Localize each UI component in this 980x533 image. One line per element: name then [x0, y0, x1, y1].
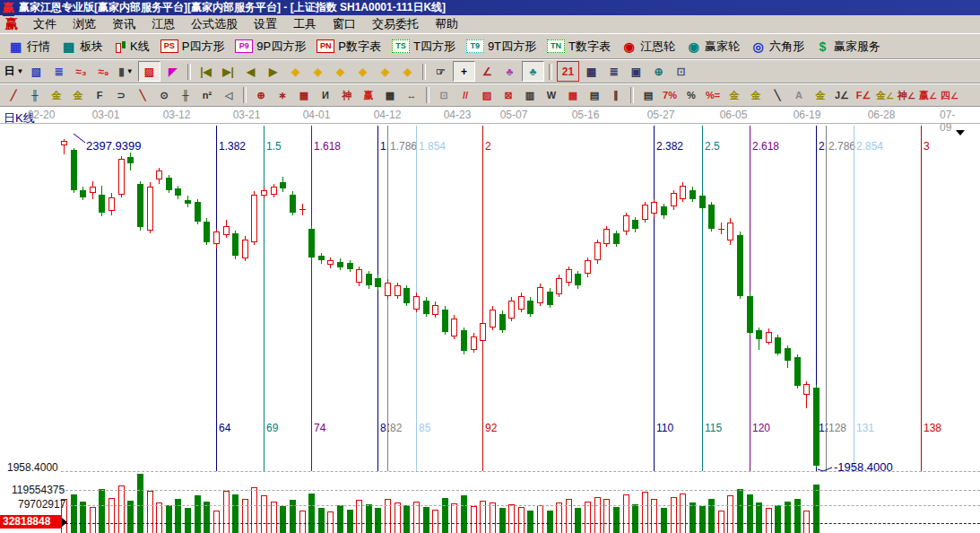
gold-angle-tool[interactable]: 金 — [810, 86, 831, 104]
diamond-expand-v-button[interactable]: ◈ — [375, 62, 395, 81]
9p-square-button[interactable]: P99P四方形 — [230, 37, 311, 57]
menu-formula-stockpick[interactable]: 公式选股 — [183, 16, 246, 31]
crosshair-circle-tool[interactable]: ⊕ — [250, 86, 272, 104]
n-squared-tool[interactable]: n² — [196, 86, 218, 104]
diamond-scroll-left-button[interactable]: ◈ — [285, 62, 306, 81]
calendar-button[interactable]: 21 — [557, 61, 579, 82]
grid-ticks-tool[interactable]: ╫ — [24, 86, 46, 104]
p-square-button[interactable]: PSP四方形 — [155, 37, 230, 57]
grid-red-tool[interactable]: ▦ — [562, 86, 584, 104]
kline-chart-area[interactable]: 日K线 02-2003-0103-1203-2104-0104-1204-230… — [0, 107, 980, 533]
kline-button[interactable]: K线 — [108, 37, 155, 57]
diamond-scroll-right-button[interactable]: ◈ — [308, 62, 328, 81]
seek-last-button[interactable]: ▶| — [218, 62, 238, 81]
gann-count-tool[interactable]: И — [315, 86, 336, 104]
seven-pct-tool[interactable]: 7% — [659, 86, 681, 104]
angle-tool-button[interactable]: ∠ — [477, 62, 498, 81]
calculator-button[interactable]: ▦ — [581, 62, 602, 81]
world-clock-button[interactable]: ⊕ — [648, 62, 669, 81]
gann-flower-teal-button[interactable]: ♣ — [522, 61, 544, 82]
candle-style-combo[interactable]: ▮▼ — [116, 62, 136, 81]
seek-first-button[interactable]: |◀ — [195, 62, 216, 81]
wave-w-tool[interactable]: W — [541, 86, 562, 104]
starburst-tool[interactable]: ∗ — [272, 86, 293, 104]
menu-browse[interactable]: 浏览 — [65, 16, 104, 31]
gann-flower-purple-button[interactable]: ♣ — [499, 62, 520, 81]
box-x-tool[interactable]: ⊠ — [498, 86, 519, 104]
gold-grid-tool-2[interactable]: 金 — [67, 86, 89, 104]
volume-bar — [613, 507, 620, 533]
parallel-lines-tool[interactable]: ∥ — [605, 86, 627, 104]
pct-line-tool[interactable]: %= — [702, 86, 724, 104]
flag-icon[interactable]: ◤ — [162, 62, 183, 81]
pencil-tool[interactable]: ╲ — [767, 86, 788, 104]
spiral-tool[interactable]: ⊃ — [110, 86, 132, 104]
hand-tool-button[interactable]: ☞ — [430, 62, 451, 81]
winner-service-button[interactable]: $赢家服务 — [810, 37, 886, 57]
diamond-expand-h-button[interactable]: ◈ — [330, 62, 351, 81]
crosshair-tool-button[interactable]: + — [453, 61, 475, 82]
draw-line-tool[interactable]: ╱ — [3, 86, 24, 104]
four-angle-tool[interactable]: 四∠ — [939, 86, 960, 104]
menu-help[interactable]: 帮助 — [427, 16, 466, 31]
notepad-button[interactable]: ≣ — [603, 62, 624, 81]
j-angle-tool[interactable]: J∠ — [831, 86, 853, 104]
hatch-tool[interactable]: ▥ — [519, 86, 541, 104]
save-button[interactable]: ▣ — [626, 62, 646, 81]
grid-dark-tool[interactable]: ▤ — [584, 86, 605, 104]
wave-9-button[interactable]: ≈₉ — [93, 62, 114, 81]
menu-trade[interactable]: 交易委托 — [364, 16, 427, 31]
grid-box2-tool[interactable]: ▦ — [379, 86, 401, 104]
quotes-button[interactable]: ▦行情 — [3, 37, 56, 57]
f-grid-tool[interactable]: F — [89, 86, 110, 104]
p-digit-table-button[interactable]: PNP数字表 — [311, 37, 386, 57]
gold-lines-tool[interactable]: 金 — [745, 86, 767, 104]
ying-angle-tool[interactable]: 赢∠ — [917, 86, 939, 104]
knife-tool[interactable]: ╲ — [132, 86, 153, 104]
cycle-clock-tool[interactable]: ⊙ — [153, 86, 175, 104]
shen-angle-tool[interactable]: 神∠ — [896, 86, 917, 104]
info-panel-button[interactable]: ≣ — [48, 62, 69, 81]
f-angle-tool[interactable]: F∠ — [853, 86, 874, 104]
bars-tool[interactable]: ▤ — [637, 86, 659, 104]
menu-news[interactable]: 资讯 — [104, 16, 143, 31]
volume-bar — [204, 502, 210, 533]
pct-tool[interactable]: % — [681, 86, 702, 104]
gann-wheel-button[interactable]: ◉江恩轮 — [616, 37, 681, 57]
menu-file[interactable]: 文件 — [25, 16, 65, 31]
tick-ruler-tool[interactable]: ╫ — [175, 86, 196, 104]
gold-circle-tool[interactable]: 金 — [724, 86, 745, 104]
t-square-button[interactable]: TST四方形 — [386, 37, 461, 57]
shen-grid-tool[interactable]: 神 — [336, 86, 358, 104]
gold-angle2-tool[interactable]: 金∠ — [874, 86, 896, 104]
candle-up — [223, 226, 230, 235]
sectors-button[interactable]: ▩板块 — [56, 37, 108, 57]
pattern-window-button[interactable]: ▧ — [26, 62, 47, 81]
menu-gann[interactable]: 江恩 — [143, 16, 183, 31]
square-frame-tool[interactable]: ⊡ — [433, 86, 455, 104]
winner-wheel-button[interactable]: ◉赢家轮 — [681, 37, 745, 57]
diamond-compress-button[interactable]: ◈ — [352, 62, 373, 81]
period-day-combo[interactable]: 日▼ — [4, 62, 24, 81]
diamond-expand-all-button[interactable]: ◈ — [397, 62, 418, 81]
shaded-grid-tool[interactable]: ▨ — [476, 86, 498, 104]
chart-dropdown-icon[interactable] — [956, 130, 965, 135]
fan-lines-tool[interactable]: // — [455, 86, 476, 104]
angle-a-tool[interactable]: ◁ — [218, 86, 239, 104]
menu-settings[interactable]: 设置 — [246, 16, 285, 31]
ying-grid-tool[interactable]: 赢 — [358, 86, 379, 104]
9t-square-button[interactable]: T99T四方形 — [461, 37, 542, 57]
prev-bar-button[interactable]: ◀ — [240, 62, 261, 81]
menu-tools[interactable]: 工具 — [285, 16, 325, 31]
wave-3-button[interactable]: ≈₃ — [71, 62, 91, 81]
t-digit-table-button[interactable]: TNT数字表 — [542, 37, 616, 57]
hexagon-button[interactable]: ◎六角形 — [745, 37, 810, 57]
pattern-red-button[interactable]: ▨ — [138, 61, 160, 82]
width-arrows-tool[interactable]: ↔ — [401, 86, 422, 104]
grid-box-tool[interactable]: ▦ — [293, 86, 315, 104]
menu-window[interactable]: 窗口 — [325, 16, 364, 31]
a-wave-tool[interactable]: A — [788, 86, 810, 104]
gold-grid-tool-1[interactable]: 金 — [46, 86, 67, 104]
next-bar-button[interactable]: ▶ — [263, 62, 283, 81]
remote-service-button[interactable]: ⊡ — [671, 62, 691, 81]
